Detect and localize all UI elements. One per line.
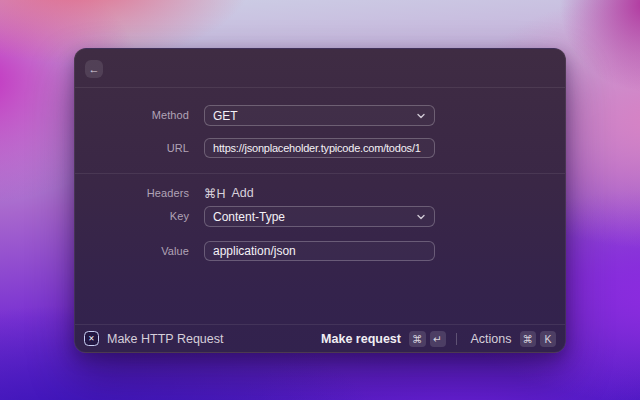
chevron-down-icon xyxy=(416,111,426,121)
return-key-badge: ↵ xyxy=(430,331,446,347)
header-value-input[interactable] xyxy=(204,241,435,261)
header-value-label: Value xyxy=(75,241,189,261)
header-key-select[interactable]: Content-Type xyxy=(204,206,435,227)
extension-title: Make HTTP Request xyxy=(107,332,321,346)
window-header: ← xyxy=(75,49,565,88)
back-button[interactable]: ← xyxy=(85,60,103,78)
extension-icon-glyph: ✕ xyxy=(88,334,94,343)
http-request-window: ← Method GET URL Headers ⌘H Add Key Cont… xyxy=(74,48,566,353)
add-header-button[interactable]: ⌘H Add xyxy=(204,185,254,201)
method-select[interactable]: GET xyxy=(204,105,435,126)
extension-icon: ✕ xyxy=(84,331,99,346)
back-arrow-icon: ← xyxy=(89,63,100,75)
url-input[interactable] xyxy=(204,138,435,158)
section-divider xyxy=(75,173,565,174)
desktop-wallpaper: ← Method GET URL Headers ⌘H Add Key Cont… xyxy=(0,0,640,400)
url-label: URL xyxy=(75,138,189,158)
headers-label: Headers xyxy=(75,185,189,201)
method-value: GET xyxy=(213,109,238,123)
actions-button[interactable]: Actions xyxy=(471,332,512,346)
header-key-value: Content-Type xyxy=(213,210,285,224)
make-request-button[interactable]: Make request xyxy=(321,332,401,346)
command-key-badge: ⌘ xyxy=(409,331,426,347)
k-key-badge: K xyxy=(540,331,556,347)
add-header-shortcut: ⌘H xyxy=(204,186,226,201)
command-key-badge: ⌘ xyxy=(520,331,537,347)
method-label: Method xyxy=(75,105,189,126)
header-key-label: Key xyxy=(75,206,189,227)
footer-separator xyxy=(456,333,457,345)
action-bar: ✕ Make HTTP Request Make request ⌘ ↵ Act… xyxy=(75,324,565,352)
chevron-down-icon xyxy=(416,212,426,222)
add-header-label: Add xyxy=(232,186,254,200)
action-bar-right: Make request ⌘ ↵ Actions ⌘ K xyxy=(321,331,556,347)
